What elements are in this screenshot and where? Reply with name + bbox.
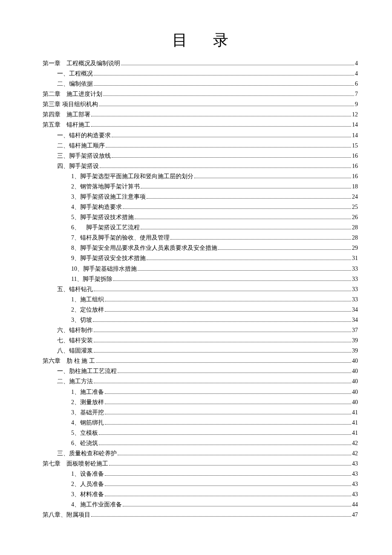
toc-leader-dots (141, 188, 351, 188)
toc-entry-label: 4、钢筋绑扎 (71, 418, 104, 428)
toc-entry: 七、锚杆安装39 (43, 335, 358, 346)
toc-entry-label: 2、定位放样 (71, 305, 104, 315)
toc-entry-page: 40 (352, 376, 358, 387)
toc-entry-label: 6、 脚手架搭设工艺流程 (71, 223, 140, 233)
toc-entry-label: 六、锚杆制作 (57, 325, 93, 335)
toc-entry-page: 41 (352, 428, 358, 438)
toc-leader-dots (105, 404, 351, 404)
toc-leader-dots (112, 157, 351, 158)
toc-leader-dots (94, 332, 351, 332)
toc-entry-label: 一、肋柱施工工艺流程 (57, 366, 117, 376)
toc-entry-page: 28 (352, 223, 358, 233)
toc-entry: 四、脚手架搭设16 (43, 161, 358, 171)
toc-leader-dots (91, 116, 351, 116)
toc-entry: 第六章 肋 柱 施 工40 (43, 356, 358, 366)
toc-leader-dots (99, 434, 351, 435)
toc-entry: 6、砼浇筑42 (43, 438, 358, 448)
toc-leader-dots (123, 506, 351, 506)
page-title: 目录 (43, 30, 358, 51)
toc-entry: 第一章 工程概况及编制说明4 (43, 58, 358, 69)
toc-entry-label: 1、施工组织 (71, 295, 104, 305)
toc-entry-label: 二、锚杆施工顺序 (57, 141, 105, 151)
toc-entry-label: 9、脚手架搭设安全技术措施 (71, 253, 146, 263)
toc-entry-label: 第一章 工程概况及编制说明 (43, 58, 120, 69)
toc-leader-dots (147, 198, 351, 199)
toc-entry-label: 一、锚杆的构造要求 (57, 130, 111, 141)
toc-entry-page: 39 (352, 335, 358, 346)
toc-entry-page: 43 (352, 489, 358, 500)
toc-entry: 一、工程概况4 (43, 69, 358, 79)
toc-leader-dots (94, 85, 354, 86)
toc-entry: 2、定位放样34 (43, 305, 358, 315)
toc-entry: 7、锚杆及脚手架的验收、使用及管理28 (43, 233, 358, 243)
toc-entry-page: 33 (352, 264, 358, 274)
toc-leader-dots (94, 352, 351, 353)
toc-leader-dots (103, 95, 354, 96)
toc-entry-page: 41 (352, 408, 358, 418)
toc-leader-dots (96, 362, 352, 363)
toc-entry-label: 第四章 施工部署 (43, 110, 90, 120)
toc-entry-page: 40 (352, 397, 358, 408)
toc-leader-dots (105, 486, 351, 486)
toc-entry-label: 第六章 肋 柱 施 工 (43, 356, 95, 366)
toc-leader-dots (94, 75, 354, 75)
toc-entry: 1、设备准备43 (43, 469, 358, 479)
toc-entry-page: 14 (352, 120, 358, 130)
toc-entry: 第八章、附属项目47 (43, 510, 358, 520)
toc-entry: 二、施工方法40 (43, 376, 358, 387)
toc-entry: 5、立模板41 (43, 428, 358, 438)
toc-entry: 3、脚手架搭设施工注意事项24 (43, 192, 358, 202)
toc-entry-label: 二、施工方法 (57, 376, 93, 387)
toc-entry-label: 五、锚杆钻孔 (57, 284, 93, 295)
toc-entry-page: 28 (352, 233, 358, 243)
toc-entry: 8、脚手架安全用品要求及作业人员素质要求及安全措施29 (43, 243, 358, 253)
toc-entry: 第五章 锚杆施工14 (43, 120, 358, 130)
toc-entry-label: 1、施工准备 (71, 387, 104, 397)
toc-entry: 4、钢筋绑扎41 (43, 418, 358, 428)
toc-entry: 八、锚固灌浆39 (43, 346, 358, 356)
toc-entry: 3、切坡34 (43, 315, 358, 325)
toc-entry-page: 33 (352, 274, 358, 284)
toc-entry-page: 18 (352, 182, 358, 192)
toc-entry-page: 4 (355, 58, 358, 69)
toc-leader-dots (121, 65, 354, 65)
toc-entry-label: 第八章、附属项目 (43, 510, 90, 520)
toc-leader-dots (109, 465, 351, 465)
toc-leader-dots (118, 373, 351, 373)
toc-entry-label: 3、脚手架搭设施工注意事项 (71, 192, 146, 202)
toc-leader-dots (105, 424, 351, 425)
toc-entry-page: 16 (352, 171, 358, 182)
toc-entry-page: 6 (355, 79, 358, 89)
toc-entry-label: 7、锚杆及脚手架的验收、使用及管理 (71, 233, 170, 243)
toc-entry-page: 16 (352, 161, 358, 171)
toc-entry-label: 第五章 锚杆施工 (43, 120, 90, 130)
toc-entry-page: 42 (352, 448, 358, 459)
toc-entry-page: 4 (355, 69, 358, 79)
toc-entry-page: 31 (352, 253, 358, 263)
toc-entry-page: 40 (352, 366, 358, 376)
toc-entry-label: 3、基础开挖 (71, 408, 104, 418)
toc-entry: 一、锚杆的构造要求14 (43, 130, 358, 141)
toc-entry-label: 八、锚固灌浆 (57, 346, 93, 356)
toc-leader-dots (99, 445, 351, 445)
toc-entry-label: 三、质量检查和砼养护 (57, 448, 117, 459)
toc-entry: 11、脚手架拆除33 (43, 274, 358, 284)
toc-entry: 6、 脚手架搭设工艺流程28 (43, 223, 358, 233)
toc-entry-page: 24 (352, 192, 358, 202)
toc-leader-dots (194, 178, 351, 178)
toc-leader-dots (170, 239, 351, 240)
toc-leader-dots (105, 311, 351, 312)
toc-leader-dots (106, 147, 351, 147)
toc-entry-page: 26 (352, 212, 358, 223)
toc-leader-dots (123, 208, 351, 209)
toc-entry-page: 41 (352, 418, 358, 428)
toc-entry-page: 34 (352, 305, 358, 315)
toc-leader-dots (93, 321, 351, 322)
toc-entry: 9、脚手架搭设安全技术措施31 (43, 253, 358, 263)
toc-entry-label: 第二章 施工进度计划 (43, 89, 102, 99)
toc-entry-label: 第七章 面板喷射砼施工 (43, 459, 108, 469)
toc-leader-dots (147, 260, 351, 260)
toc-entry: 4、施工作业面准备44 (43, 500, 358, 510)
toc-leader-dots (94, 342, 351, 342)
toc-entry: 二、编制依据6 (43, 79, 358, 89)
